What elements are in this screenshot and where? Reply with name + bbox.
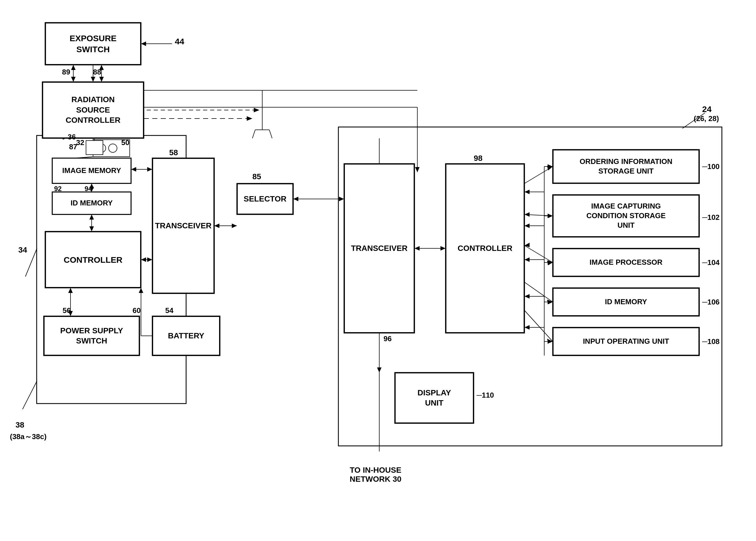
svg-marker-54 (293, 197, 298, 201)
svg-marker-74 (141, 42, 146, 46)
svg-marker-87 (525, 224, 530, 228)
ref-44: 44 (175, 37, 184, 46)
ref-88: 88 (93, 68, 101, 77)
ref-100: ─100 (702, 162, 720, 171)
svg-marker-99 (525, 325, 530, 329)
ref-54: 54 (165, 306, 173, 315)
image-processor-box: IMAGE PROCESSOR (553, 248, 699, 276)
selector-label: SELECTOR (244, 194, 287, 204)
ref-36: 36 (68, 133, 76, 141)
svg-marker-97 (548, 339, 553, 344)
ref-56: 56 (63, 306, 71, 315)
radiation-source-controller-box: RADIATIONSOURCECONTROLLER (42, 82, 144, 138)
ref-2628: (26, 28) (694, 114, 719, 123)
ref-108: ─108 (702, 337, 720, 346)
svg-marker-62 (525, 212, 530, 217)
ref-60: 60 (132, 306, 141, 315)
ref-38: 38 (16, 420, 24, 429)
svg-point-118 (97, 144, 106, 152)
power-supply-switch-label: POWER SUPPLYSWITCH (60, 326, 123, 346)
exposure-switch-label: EXPOSURESWITCH (70, 33, 117, 55)
ref-110: ─110 (477, 391, 494, 400)
svg-marker-89 (548, 260, 553, 265)
ref-104: ─104 (702, 258, 720, 267)
id-memory-small-box: ID MEMORY (52, 192, 131, 215)
svg-line-60 (525, 215, 553, 216)
svg-marker-67 (547, 300, 553, 304)
svg-marker-64 (547, 261, 553, 265)
ref-58: 58 (169, 148, 178, 157)
svg-line-66 (525, 282, 553, 302)
selector-box: SELECTOR (237, 184, 293, 215)
ref-92: 92 (54, 185, 62, 193)
svg-marker-45 (141, 258, 146, 262)
svg-line-106 (252, 130, 255, 138)
ordering-info-label: ORDERING INFORMATIONSTORAGE UNIT (580, 157, 672, 176)
image-capturing-label: IMAGE CAPTURINGCONDITION STORAGEUNIT (586, 202, 665, 230)
to-network-label: TO IN-HOUSENETWORK 30 (350, 466, 401, 484)
svg-line-78 (525, 167, 553, 198)
power-supply-switch-box: POWER SUPPLYSWITCH (44, 316, 139, 355)
svg-marker-115 (147, 167, 152, 172)
svg-marker-91 (525, 258, 530, 262)
controller-left-box: CONTROLLER (45, 232, 141, 288)
image-memory-box: IMAGE MEMORY (52, 158, 131, 184)
image-capturing-box: IMAGE CAPTURINGCONDITION STORAGEUNIT (553, 195, 699, 237)
svg-marker-59 (547, 166, 553, 171)
svg-marker-85 (548, 214, 553, 218)
svg-marker-39 (90, 215, 94, 220)
svg-marker-71 (377, 367, 381, 372)
svg-marker-18 (415, 167, 419, 172)
svg-marker-50 (232, 224, 237, 228)
svg-marker-48 (139, 288, 143, 293)
svg-rect-127 (86, 141, 103, 155)
svg-line-107 (269, 130, 272, 138)
svg-marker-51 (214, 224, 219, 228)
id-memory-small-label: ID MEMORY (71, 199, 113, 208)
svg-marker-56 (440, 246, 445, 251)
ref-98: 98 (474, 154, 482, 163)
svg-marker-113 (247, 116, 252, 121)
ref-94: 94 (85, 185, 92, 193)
radiation-source-controller-label: RADIATIONSOURCECONTROLLER (66, 95, 121, 125)
ref-38abc: (38a～38c) (10, 432, 47, 442)
svg-marker-83 (548, 164, 553, 169)
svg-line-76 (23, 381, 37, 409)
svg-line-63 (525, 246, 553, 263)
image-memory-label: IMAGE MEMORY (62, 166, 121, 176)
ref-24: 24 (702, 104, 711, 114)
svg-marker-8 (71, 65, 76, 70)
svg-marker-5 (91, 77, 95, 82)
svg-marker-38 (90, 226, 94, 232)
id-memory-right-box: ID MEMORY (553, 288, 699, 316)
ref-102: ─102 (702, 213, 720, 222)
ref-34: 34 (18, 246, 27, 255)
id-memory-right-label: ID MEMORY (605, 297, 647, 307)
ordering-info-box: ORDERING INFORMATIONSTORAGE UNIT (553, 150, 699, 184)
svg-marker-65 (525, 243, 530, 247)
svg-marker-116 (131, 167, 136, 172)
svg-point-119 (109, 144, 117, 152)
ref-85: 85 (252, 172, 261, 181)
svg-marker-53 (339, 197, 344, 201)
ref-89: 89 (62, 68, 70, 77)
svg-marker-10 (99, 77, 104, 82)
ref-106: ─106 (702, 298, 720, 306)
controller-left-label: CONTROLLER (64, 254, 123, 265)
svg-line-58 (525, 167, 553, 184)
input-operating-label: INPUT OPERATING UNIT (583, 337, 669, 346)
svg-marker-57 (414, 246, 419, 251)
transceiver-left-box: TRANSCEIVER (152, 158, 214, 293)
svg-marker-61 (548, 214, 553, 218)
image-processor-label: IMAGE PROCESSOR (590, 258, 663, 267)
svg-marker-81 (525, 190, 530, 194)
svg-marker-42 (68, 288, 73, 293)
battery-label: BATTERY (168, 331, 204, 341)
svg-marker-95 (525, 294, 530, 298)
svg-marker-14 (254, 108, 259, 112)
transceiver-right-box: TRANSCEIVER (344, 164, 414, 333)
svg-marker-44 (147, 258, 152, 262)
battery-box: BATTERY (152, 316, 220, 355)
svg-marker-93 (548, 300, 553, 304)
ref-96: 96 (383, 334, 392, 343)
